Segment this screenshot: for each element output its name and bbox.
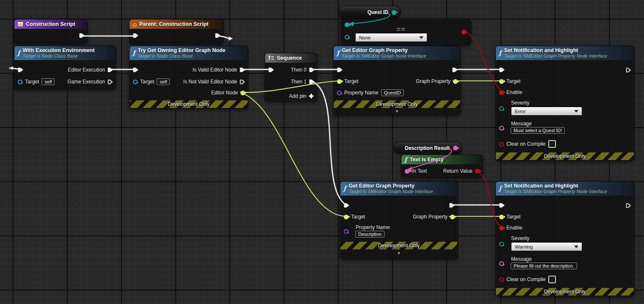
- is-valid-exec-out-pin[interactable]: [240, 67, 245, 73]
- pin-label: Editor Node: [211, 90, 238, 96]
- property-name-value[interactable]: Description: [355, 231, 384, 238]
- severity-enum-pin[interactable]: [499, 242, 504, 246]
- clear-on-compile-checkbox[interactable]: [548, 140, 556, 148]
- node-try-get-owning-editor-graph-node[interactable]: ƒ Try Get Owning Editor Graph Node Targe…: [129, 46, 248, 109]
- then0-exec-out-pin[interactable]: [309, 67, 315, 73]
- chevron-down-icon: [419, 36, 423, 39]
- editor-execution-row: Editor Execution: [68, 65, 113, 75]
- variable-title: Quest ID: [368, 9, 388, 15]
- severity-dropdown[interactable]: Error: [511, 107, 582, 116]
- exec-out-pin[interactable]: [215, 33, 221, 39]
- is-not-valid-exec-out-pin[interactable]: [240, 79, 245, 85]
- node-text-is-empty[interactable]: ƒ Text Is Empty In Text Return Value: [401, 155, 483, 178]
- chevron-down-icon: [574, 246, 578, 248]
- target-object-pin[interactable]: [18, 80, 22, 84]
- advanced-pins-chevron[interactable]: ▼: [340, 251, 457, 255]
- target-object-pin[interactable]: [133, 80, 138, 84]
- clear-on-compile-checkbox[interactable]: [548, 276, 556, 283]
- in-text-pin[interactable]: [405, 169, 409, 174]
- exec-in-row: [133, 65, 138, 75]
- node-set-notification-warning[interactable]: ƒ Set Notification and Highlight Target …: [495, 181, 634, 296]
- equal-result-bool-pin[interactable]: [462, 30, 466, 34]
- message-text-pin[interactable]: [499, 261, 504, 266]
- node-quest-id-variable[interactable]: Quest ID: [339, 6, 401, 19]
- message-value[interactable]: Please fill out the description.: [511, 263, 577, 269]
- property-name-pin[interactable]: [337, 91, 342, 95]
- add-pin-row[interactable]: Add pin ✚: [289, 91, 314, 101]
- node-get-editor-graph-property-quest[interactable]: ƒ Get Editor Graph Property Target is SM…: [333, 46, 461, 115]
- exec-in-pin[interactable]: [133, 67, 138, 73]
- exec-out-pin[interactable]: [449, 203, 455, 208]
- node-get-editor-graph-property-description[interactable]: ƒ Get Editor Graph Property Target is SM…: [340, 181, 458, 259]
- exec-out-pin[interactable]: [452, 67, 458, 73]
- blueprint-graph-canvas[interactable]: Construction Script ◇ Parent: Constructi…: [0, 0, 644, 304]
- exec-in-pin[interactable]: [133, 33, 138, 39]
- exec-out-pin[interactable]: [626, 67, 631, 73]
- node-with-execution-environment[interactable]: ƒ With Execution Environment Target is N…: [14, 46, 116, 89]
- function-icon: ƒ: [499, 50, 501, 56]
- exec-out-pin[interactable]: [79, 33, 85, 39]
- property-name-value[interactable]: QuestID: [381, 89, 404, 96]
- target-row: Target: [499, 212, 520, 221]
- node-construction-script[interactable]: Construction Script: [14, 19, 88, 44]
- advanced-pins-chevron[interactable]: ▼: [334, 109, 460, 113]
- exec-in-row: [499, 65, 505, 75]
- exec-in-pin[interactable]: [499, 203, 505, 208]
- node-equal-equal[interactable]: == None: [341, 19, 471, 45]
- graph-property-object-pin[interactable]: [450, 215, 455, 219]
- equal-input-b-pin[interactable]: [345, 35, 349, 39]
- exec-in-pin[interactable]: [268, 67, 274, 73]
- node-title: Set Notification and Highlight: [504, 183, 607, 189]
- exec-in-pin[interactable]: [499, 67, 505, 73]
- message-text-pin[interactable]: [499, 126, 504, 130]
- message-value[interactable]: Must select a Quest ID!: [511, 127, 565, 134]
- target-object-pin[interactable]: [499, 79, 504, 84]
- then1-exec-out-pin[interactable]: [309, 79, 315, 85]
- description-result-text-pin[interactable]: [453, 146, 458, 150]
- exec-out-pin[interactable]: [626, 203, 631, 208]
- name-value-dropdown[interactable]: None: [355, 33, 427, 42]
- property-name-row: Property Name QuestID: [337, 88, 404, 97]
- equal-input-a-pin[interactable]: [345, 22, 349, 27]
- node-header: ◇ Parent: Construction Script: [130, 19, 223, 29]
- node-title: Sequence: [277, 55, 302, 61]
- node-set-notification-error[interactable]: ƒ Set Notification and Highlight Target …: [495, 46, 634, 161]
- enable-bool-pin[interactable]: [499, 90, 504, 95]
- function-icon: ƒ: [17, 50, 20, 56]
- target-object-pin[interactable]: [499, 215, 504, 219]
- editor-execution-exec-out-pin[interactable]: [108, 67, 113, 73]
- node-title: With Execution Environment: [22, 47, 94, 53]
- pin-label: Then 0: [291, 67, 307, 73]
- clear-on-compile-bool-pin[interactable]: [499, 142, 504, 146]
- node-parent-construction-script[interactable]: ◇ Parent: Construction Script: [129, 19, 224, 44]
- node-sequence[interactable]: Sequence Then 0 Then 1 Add pin ✚: [265, 53, 318, 101]
- exec-in-pin[interactable]: [344, 203, 349, 208]
- return-value-bool-pin[interactable]: [475, 169, 480, 174]
- is-not-valid-row: Is Not Valid Editor Node: [183, 77, 245, 86]
- game-execution-exec-out-pin[interactable]: [108, 79, 113, 85]
- wire-editor-node-to-target-description[interactable]: [240, 92, 346, 216]
- exec-out-row: [626, 65, 631, 75]
- target-object-pin[interactable]: [344, 215, 348, 219]
- pin-label: Graph Property: [416, 78, 451, 84]
- node-title: Parent: Construction Script: [139, 21, 208, 27]
- severity-enum-pin[interactable]: [499, 106, 504, 111]
- target-row: Target self: [18, 77, 55, 86]
- node-title: Construction Script: [26, 21, 75, 27]
- development-only-banner: Development Only: [496, 152, 634, 160]
- enable-bool-pin[interactable]: [499, 226, 504, 230]
- quest-id-name-pin[interactable]: [392, 10, 396, 15]
- target-object-pin[interactable]: [337, 79, 342, 84]
- graph-property-object-pin[interactable]: [453, 79, 458, 84]
- exec-in-pin[interactable]: [18, 67, 23, 73]
- clear-on-compile-bool-pin[interactable]: [499, 277, 504, 282]
- is-valid-row: Is Valid Editor Node: [193, 65, 245, 75]
- severity-dropdown[interactable]: Warning: [511, 242, 582, 251]
- editor-node-object-pin[interactable]: [240, 91, 245, 95]
- severity-label: Severity: [511, 100, 529, 106]
- node-description-result-variable[interactable]: Description Result: [394, 142, 462, 154]
- property-name-pin[interactable]: [344, 229, 348, 234]
- node-subtitle: Target is SMEditor Graph Node Interface: [348, 189, 433, 194]
- exec-in-pin[interactable]: [337, 67, 343, 73]
- node-header: ƒ Try Get Owning Editor Graph Node Targe…: [130, 46, 248, 60]
